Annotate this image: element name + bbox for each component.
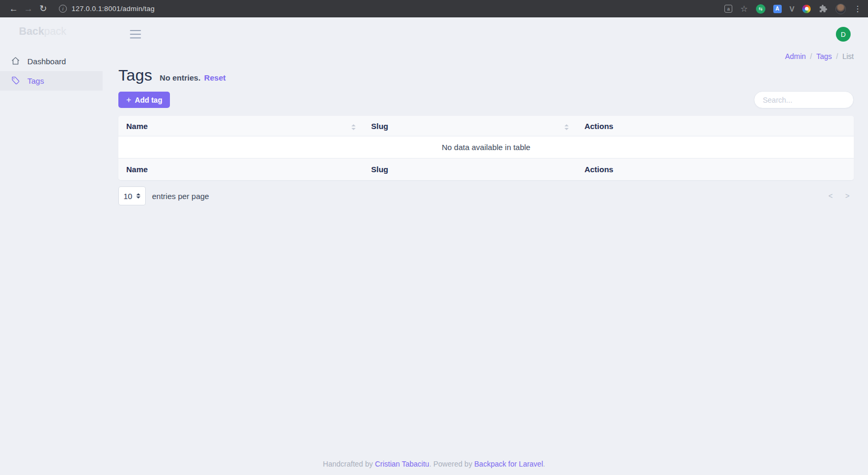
sidebar-nav: Dashboard Tags	[0, 52, 103, 91]
footer-text: .	[543, 460, 545, 468]
breadcrumb-admin[interactable]: Admin	[785, 52, 806, 61]
translate-page-icon[interactable]: a	[724, 5, 732, 13]
tag-icon	[11, 76, 20, 86]
list-toolbar: + Add tag	[118, 91, 854, 108]
page-footer: Handcrafted by Cristian Tabacitu. Powere…	[0, 460, 868, 468]
page-heading-row: Tags No entries. Reset	[118, 66, 854, 84]
puzzle-extension-icon[interactable]	[819, 4, 827, 13]
entries-per-page-label: entries per page	[152, 192, 209, 201]
breadcrumb: Admin / Tags / List	[118, 52, 854, 61]
select-arrows-icon	[136, 193, 140, 199]
site-info-icon[interactable]: i	[59, 5, 67, 13]
pagination-next-icon[interactable]: >	[845, 192, 850, 200]
entries-per-page-value: 10	[124, 192, 133, 201]
column-header-name[interactable]: Name	[118, 116, 364, 136]
empty-table-row: No data available in table	[118, 136, 854, 159]
admin-app: Backpack Dashboard Tags D Admin	[0, 17, 868, 475]
pagination-prev-icon[interactable]: <	[829, 192, 833, 200]
browser-back-icon[interactable]: ←	[6, 0, 21, 17]
breadcrumb-tags[interactable]: Tags	[816, 52, 832, 61]
browser-profile-avatar[interactable]	[835, 4, 846, 14]
entries-per-page-select[interactable]: 10	[118, 186, 146, 205]
table-bottom-bar: 10 entries per page < >	[118, 186, 854, 205]
browser-extensions-area: a ☆ ⇆ A V ⋮	[724, 4, 862, 14]
hangouts-extension-icon[interactable]: ⇆	[756, 4, 765, 14]
pagination: < >	[829, 192, 850, 200]
main-content: D Admin / Tags / List Tags No entries. R…	[103, 17, 868, 475]
author-link[interactable]: Cristian Tabacitu	[375, 460, 429, 468]
add-tag-button-label: Add tag	[135, 96, 162, 104]
hamburger-menu-icon[interactable]	[128, 28, 143, 41]
sidebar-item-dashboard[interactable]: Dashboard	[0, 52, 103, 71]
bookmark-star-icon[interactable]: ☆	[740, 4, 748, 14]
translate-extension-icon[interactable]: A	[773, 5, 782, 13]
table-card: Name Slug Actions No data	[118, 116, 854, 180]
search-input[interactable]	[754, 91, 854, 108]
reset-link[interactable]: Reset	[204, 73, 226, 82]
footer-column-name: Name	[118, 159, 364, 181]
footer-text: . Powered by	[429, 460, 475, 468]
page-title: Tags	[118, 66, 153, 84]
home-icon	[11, 56, 20, 67]
sidebar-item-label: Dashboard	[27, 57, 66, 66]
browser-forward-icon[interactable]: →	[21, 0, 36, 17]
browser-reload-icon[interactable]: ↻	[36, 0, 51, 17]
breadcrumb-list: List	[842, 52, 854, 61]
browser-menu-icon[interactable]: ⋮	[854, 4, 862, 14]
sidebar: Backpack Dashboard Tags	[0, 17, 103, 475]
address-bar[interactable]: i 127.0.0.1:8001/admin/tag	[59, 5, 155, 13]
footer-column-slug: Slug	[364, 159, 577, 181]
footer-text: Handcrafted by	[323, 460, 375, 468]
color-picker-extension-icon[interactable]	[802, 5, 811, 13]
table-footer-row: Name Slug Actions	[118, 159, 854, 181]
url-text[interactable]: 127.0.0.1:8001/admin/tag	[72, 5, 155, 13]
logo-bold-part: Back	[19, 25, 44, 37]
top-header: D	[118, 22, 854, 47]
browser-toolbar: ← → ↻ i 127.0.0.1:8001/admin/tag a ☆ ⇆ A…	[0, 0, 868, 17]
empty-table-message: No data available in table	[118, 136, 854, 159]
breadcrumb-separator: /	[836, 52, 838, 61]
sort-icon[interactable]	[351, 124, 356, 130]
backpack-logo[interactable]: Backpack	[19, 25, 103, 37]
breadcrumb-separator: /	[810, 52, 812, 61]
add-tag-button[interactable]: + Add tag	[118, 92, 170, 108]
column-header-slug[interactable]: Slug	[364, 116, 577, 136]
vue-devtools-icon[interactable]: V	[790, 5, 794, 13]
entries-summary: No entries.	[160, 73, 201, 82]
plus-icon: +	[126, 95, 131, 105]
product-link[interactable]: Backpack for Laravel	[475, 460, 543, 468]
logo-light-part: pack	[44, 25, 66, 37]
user-avatar[interactable]: D	[836, 27, 851, 42]
table-header-row: Name Slug Actions	[118, 116, 854, 136]
sidebar-item-label: Tags	[27, 76, 44, 85]
sort-icon[interactable]	[564, 124, 569, 130]
tags-table: Name Slug Actions No data	[118, 116, 854, 180]
footer-column-actions: Actions	[577, 159, 854, 181]
column-header-actions: Actions	[577, 116, 854, 136]
sidebar-item-tags[interactable]: Tags	[0, 71, 103, 91]
